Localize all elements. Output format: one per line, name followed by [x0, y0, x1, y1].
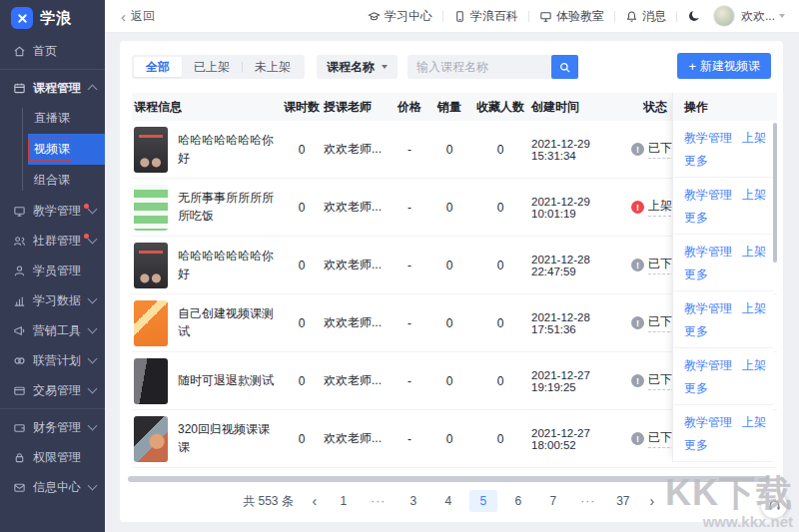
sidebar-item-trade-management[interactable]: 交易管理: [0, 375, 105, 405]
lesson-count: 0: [280, 432, 324, 446]
sidebar-item-video-course[interactable]: 视频课: [28, 134, 105, 165]
teaching-manage-link[interactable]: 教学管理: [684, 300, 732, 317]
teaching-manage-link[interactable]: 教学管理: [684, 244, 732, 261]
teaching-manage-link[interactable]: 教学管理: [684, 130, 732, 147]
header-created: 创建时间: [531, 99, 631, 116]
sidebar-item-alliance-plan[interactable]: 联营计划: [0, 345, 105, 375]
new-video-course-button[interactable]: 新建视频课: [677, 53, 771, 79]
sidebar-item-live-course[interactable]: 直播课: [28, 103, 105, 134]
teaching-manage-link[interactable]: 教学管理: [684, 414, 732, 431]
page-button[interactable]: 3: [400, 490, 427, 512]
card-icon: [13, 384, 26, 397]
page-button[interactable]: 37: [609, 490, 637, 512]
publish-link[interactable]: 上架: [742, 244, 766, 261]
teaching-manage-link[interactable]: 教学管理: [684, 357, 732, 374]
header-sales: 销量: [429, 99, 469, 116]
sidebar-item-label: 权限管理: [33, 449, 81, 466]
prev-page-button[interactable]: ‹: [307, 493, 323, 509]
header-operations: 操作: [673, 93, 773, 121]
course-thumbnail: [134, 300, 168, 346]
course-thumbnail: [134, 127, 168, 173]
menu-item-messages[interactable]: 消息: [625, 8, 666, 25]
teacher-name: 欢欢老师...: [324, 372, 390, 389]
user-menu[interactable]: 欢欢...: [741, 8, 785, 25]
filter-field-select[interactable]: 课程名称: [317, 55, 398, 79]
next-page-button[interactable]: ›: [644, 493, 660, 509]
price: -: [390, 432, 429, 446]
tab-label: 全部: [146, 59, 170, 76]
publish-link[interactable]: 上架: [742, 414, 766, 431]
sidebar-item-student-management[interactable]: 学员管理: [0, 256, 105, 285]
sidebar-item-label: 课程管理: [33, 80, 81, 97]
ellipsis[interactable]: ···: [574, 490, 602, 512]
page-button[interactable]: 1: [330, 490, 358, 512]
course-title: 哈哈哈哈哈哈哈你好: [178, 248, 280, 282]
favorites-count: 0: [469, 374, 531, 388]
sidebar-item-community-management[interactable]: 社群管理: [0, 226, 105, 256]
tab-all[interactable]: 全部: [134, 57, 182, 77]
publish-link[interactable]: 上架: [742, 130, 766, 147]
customer-service-button[interactable]: [761, 492, 787, 518]
user-name: 欢欢...: [741, 8, 775, 25]
status-icon: [631, 201, 644, 214]
sidebar-item-teaching-management[interactable]: 教学管理: [0, 196, 105, 226]
sidebar-item-finance-management[interactable]: 财务管理: [0, 412, 105, 442]
publish-link[interactable]: 上架: [742, 300, 766, 317]
back-button[interactable]: 返回: [121, 8, 155, 25]
page-button[interactable]: 7: [539, 490, 567, 512]
user-avatar[interactable]: [713, 5, 735, 27]
header-course-info: 课程信息: [132, 99, 280, 116]
sidebar-item-label: 直播课: [34, 110, 70, 127]
more-link[interactable]: 更多: [684, 154, 708, 168]
more-link[interactable]: 更多: [684, 324, 708, 338]
back-label: 返回: [131, 8, 155, 25]
more-link[interactable]: 更多: [684, 267, 708, 281]
publish-link[interactable]: 上架: [742, 357, 766, 374]
vertical-scrollbar-thumb[interactable]: [773, 123, 777, 263]
sidebar-item-message-center[interactable]: 信息中心: [0, 472, 105, 502]
ellipsis[interactable]: ···: [365, 490, 393, 512]
teaching-manage-link[interactable]: 教学管理: [684, 187, 732, 204]
search-button[interactable]: [551, 55, 578, 79]
menu-item-learning-center[interactable]: 学习中心: [368, 8, 432, 25]
student-icon: [13, 265, 26, 277]
sidebar-item-home[interactable]: 首页: [0, 36, 105, 66]
divider: [0, 69, 105, 70]
wallet-icon: [13, 421, 26, 434]
status-icon: [631, 259, 644, 271]
sidebar-item-label: 信息中心: [33, 479, 81, 496]
tab-unpublished[interactable]: 未上架: [243, 57, 303, 77]
sidebar-item-permission-management[interactable]: 权限管理: [0, 442, 105, 472]
tab-published[interactable]: 已上架: [182, 57, 242, 77]
plus-icon: [688, 59, 696, 74]
caret-down-icon: [779, 14, 785, 18]
status-icon: [631, 374, 644, 387]
chevron-down-icon: [88, 205, 98, 215]
sidebar-item-marketing-tools[interactable]: 营销工具: [0, 315, 105, 345]
sales-count: 0: [429, 316, 469, 330]
sidebar-item-label: 营销工具: [33, 322, 81, 339]
publish-link[interactable]: 上架: [742, 187, 766, 204]
search-input[interactable]: [407, 55, 551, 79]
price: -: [390, 316, 429, 330]
row-operations: 教学管理 上架 更多: [673, 178, 773, 235]
sidebar-item-label: 交易管理: [33, 382, 81, 399]
lesson-count: 0: [280, 259, 324, 272]
sales-count: 0: [429, 259, 469, 272]
page-button[interactable]: 4: [434, 490, 462, 512]
more-link[interactable]: 更多: [684, 211, 708, 225]
sidebar-item-combo-course[interactable]: 组合课: [28, 165, 105, 196]
menu-item-demo-classroom[interactable]: 体验教室: [539, 8, 604, 25]
more-link[interactable]: 更多: [684, 438, 708, 452]
sidebar-item-label: 学习数据: [33, 292, 81, 309]
menu-item-wiki[interactable]: 学浪百科: [453, 8, 518, 25]
operations-fixed-column: 操作 教学管理 上架 更多 教学管理 上架 更多: [672, 93, 773, 462]
page-button-active[interactable]: 5: [469, 490, 497, 512]
horizontal-scrollbar-thumb[interactable]: [128, 476, 769, 482]
page-button[interactable]: 6: [504, 490, 532, 512]
sidebar-item-learning-data[interactable]: 学习数据: [0, 285, 105, 315]
dark-mode-toggle[interactable]: [687, 9, 701, 23]
toolbar: 全部 已上架 未上架 课程名称: [120, 41, 783, 81]
sidebar-item-course-management[interactable]: 课程管理: [0, 73, 105, 103]
more-link[interactable]: 更多: [684, 381, 708, 395]
